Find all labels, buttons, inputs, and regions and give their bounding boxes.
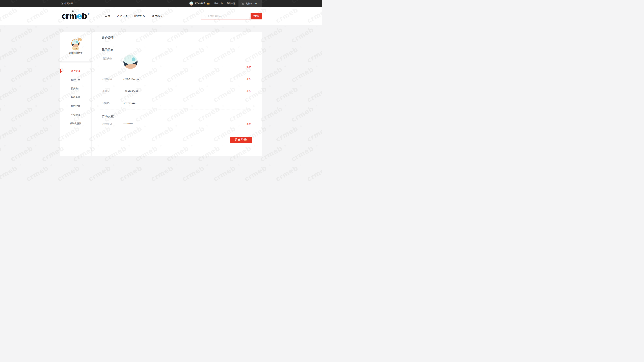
logo-text: cr <box>62 12 69 19</box>
cart-label: 购物车（0） <box>246 2 258 5</box>
modify-nickname-link[interactable]: 修改 <box>246 78 251 81</box>
sidebar-item-assets[interactable]: 我的资产 <box>60 84 90 93</box>
account-panel: 账户管理 我的信息 我的头像： 修改 我的昵称： 我的名字xxxxx 修改 手机… <box>92 32 262 156</box>
sidebar-item-balance[interactable]: 我的余额 <box>60 93 90 102</box>
sidebar-item-coupons[interactable]: 领取优惠券 <box>60 119 90 128</box>
section-my-info: 我的信息 <box>102 48 252 52</box>
topbar: 收藏本站 复仇者联盟 我的订单 我的余额 购物 <box>0 0 322 7</box>
star-icon <box>60 2 63 5</box>
logo[interactable]: crmeb® <box>62 12 90 19</box>
nickname-value: 我的名字xxxxx <box>124 78 139 81</box>
sidebar-menu: 账户管理 我的订单 我的资产 我的余额 我的收藏 地址管理 领取优惠券 <box>60 62 90 156</box>
page-title: 账户管理 <box>102 32 252 43</box>
nav-product-categories[interactable]: 产品分类 <box>117 14 128 18</box>
profile-avatar-image <box>124 55 138 69</box>
favorite-site-link[interactable]: 收藏本站 <box>60 2 73 5</box>
password-label: 我的密码： <box>102 123 124 126</box>
main-nav: 首页 产品分类 限时秒杀 领优惠券 <box>105 14 162 18</box>
id-row: 我的ID： 462782898x <box>100 97 254 109</box>
avatar-label: 我的头像： <box>102 55 124 60</box>
sidebar-user-card: SVIP 这是你的名字 <box>60 32 90 61</box>
id-label: 我的ID： <box>102 102 124 105</box>
search-input[interactable] <box>202 13 250 19</box>
registered-mark: ® <box>88 13 90 15</box>
svip-badge: SVIP <box>72 47 79 50</box>
search-bar: 搜索 <box>201 13 262 19</box>
user-avatar <box>189 1 193 5</box>
logo-head-icon <box>72 10 74 12</box>
phone-label: 手机号： <box>102 90 124 93</box>
header: crmeb® 首页 产品分类 限时秒杀 领优惠券 搜索 <box>0 7 322 25</box>
sidebar-item-address[interactable]: 地址管理 <box>60 110 90 119</box>
nav-coupons[interactable]: 领优惠券 <box>152 14 162 18</box>
phone-value: 13997655447 <box>124 90 138 93</box>
cart-icon <box>241 2 244 5</box>
sidebar-avatar <box>71 39 80 47</box>
password-value: ********** <box>124 123 133 125</box>
sidebar-item-orders[interactable]: 我的订单 <box>60 76 90 84</box>
crown-icon <box>207 2 210 5</box>
search-button[interactable]: 搜索 <box>251 13 262 19</box>
search-icon <box>203 15 206 18</box>
my-orders-link[interactable]: 我的订单 <box>214 2 223 5</box>
nickname-label: 我的昵称： <box>102 78 124 81</box>
sidebar: SVIP 这是你的名字 账户管理 我的订单 我的资产 我的余额 我的收藏 地址管… <box>60 32 90 156</box>
nav-flash-sale[interactable]: 限时秒杀 <box>134 14 145 18</box>
password-row: 我的密码： ********** 修改 <box>100 118 254 130</box>
nav-home[interactable]: 首页 <box>105 14 110 18</box>
favorite-site-label: 收藏本站 <box>64 2 73 5</box>
display-name: 这是你的名字 <box>60 52 90 55</box>
avatar-row: 我的头像： 修改 <box>100 52 254 73</box>
id-value: 462782898x <box>124 102 137 105</box>
user-menu[interactable]: 复仇者联盟 <box>189 1 210 5</box>
nickname-row: 我的昵称： 我的名字xxxxx 修改 <box>100 73 254 85</box>
my-balance-link[interactable]: 我的余额 <box>227 2 236 5</box>
modify-avatar-link[interactable]: 修改 <box>246 65 251 69</box>
sidebar-item-favorites[interactable]: 我的收藏 <box>60 102 90 110</box>
username-label: 复仇者联盟 <box>195 2 206 5</box>
section-password: 密码设置 <box>102 114 252 118</box>
content: SVIP 这是你的名字 账户管理 我的订单 我的资产 我的余额 我的收藏 地址管… <box>60 32 262 156</box>
modify-phone-link[interactable]: 修改 <box>246 90 251 93</box>
logout-button[interactable]: 退出登录 <box>230 137 252 143</box>
sidebar-item-account[interactable]: 账户管理 <box>60 67 90 76</box>
phone-row: 手机号： 13997655447 修改 <box>100 85 254 97</box>
topbar-divider <box>225 2 225 4</box>
cart-button[interactable]: 购物车（0） <box>238 0 262 7</box>
modify-password-link[interactable]: 修改 <box>246 123 251 126</box>
